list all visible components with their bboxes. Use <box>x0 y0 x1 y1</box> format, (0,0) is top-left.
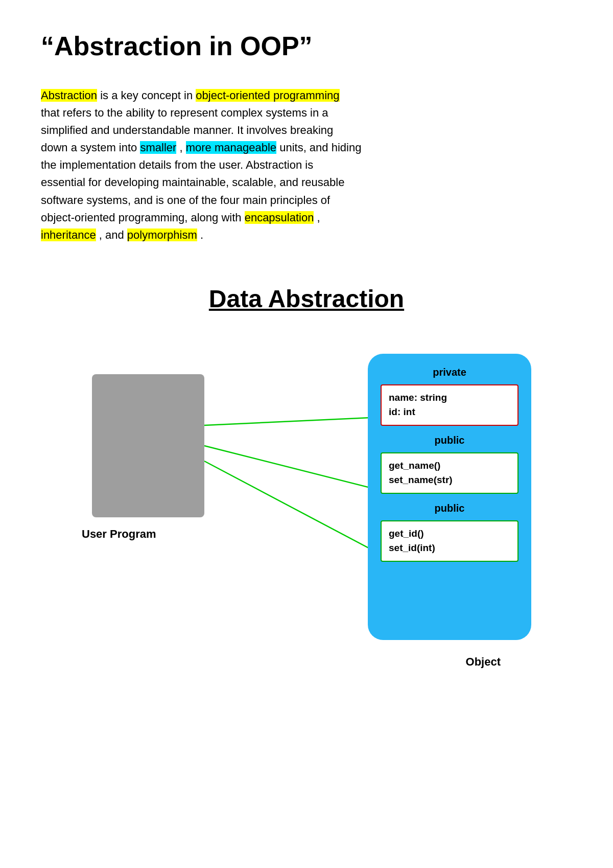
public-label-2: public <box>381 502 518 514</box>
highlight-encapsulation: encapsulation <box>245 211 314 224</box>
diagram-area: User Program private name: stringid: int… <box>41 344 572 701</box>
section-title: Data Abstraction <box>41 285 572 313</box>
intro-text-6: , and <box>99 229 127 241</box>
intro-paragraph: Abstraction is a key concept in object-o… <box>41 87 501 244</box>
highlight-oop: object-oriented programming <box>196 89 339 102</box>
object-label: Object <box>466 655 501 669</box>
private-label: private <box>381 367 518 378</box>
intro-text-3: , <box>179 141 185 154</box>
page-title: “Abstraction in OOP” <box>41 31 572 61</box>
intro-text-7: . <box>200 229 203 241</box>
private-fields-box: name: stringid: int <box>381 384 518 426</box>
intro-text-5: , <box>317 211 320 224</box>
object-box: private name: stringid: int public get_n… <box>368 354 531 640</box>
highlight-inheritance: inheritance <box>41 229 96 241</box>
intro-text-1: is a key concept in <box>100 89 196 102</box>
public-methods-text-1: get_name()set_name(str) <box>389 459 510 488</box>
public-methods-text-2: get_id()set_id(int) <box>389 527 510 556</box>
public-label-1: public <box>381 435 518 446</box>
private-fields-text: name: stringid: int <box>389 391 510 420</box>
highlight-abstraction: Abstraction <box>41 89 97 102</box>
user-program-label: User Program <box>82 528 156 541</box>
public-methods-box-1: get_name()set_name(str) <box>381 452 518 494</box>
user-program-box <box>92 374 204 517</box>
highlight-polymorphism: polymorphism <box>127 229 197 241</box>
public-methods-box-2: get_id()set_id(int) <box>381 520 518 562</box>
highlight-manageable: more manageable <box>186 141 276 154</box>
highlight-smaller: smaller <box>140 141 176 154</box>
